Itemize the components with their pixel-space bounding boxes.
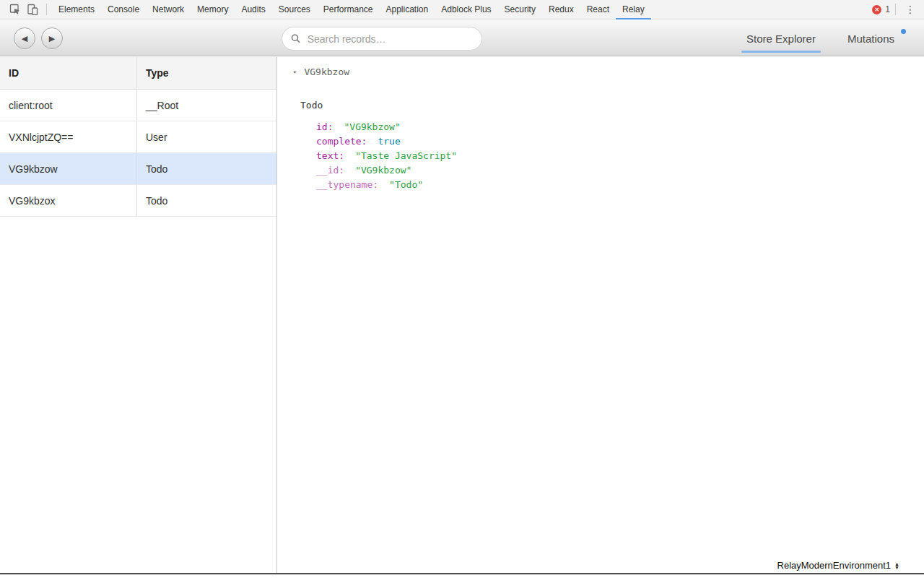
tab-elements[interactable]: Elements bbox=[52, 0, 101, 20]
search-input[interactable] bbox=[308, 33, 473, 45]
record-id-cell[interactable]: VXNlcjptZQ== bbox=[0, 121, 137, 152]
tabbar-separator bbox=[895, 4, 896, 15]
mutations-badge-dot bbox=[901, 29, 906, 34]
search-icon bbox=[291, 33, 301, 44]
active-tab-underline bbox=[741, 51, 821, 53]
window-bottom-edge bbox=[0, 573, 924, 574]
record-detail-pane: ➤ VG9kbzow Todo id:"VG9kbzow" complete:t… bbox=[278, 57, 924, 573]
field-value: "VG9kbzow" bbox=[355, 165, 411, 176]
record-type-title: Todo bbox=[300, 100, 924, 111]
search-records-box[interactable] bbox=[282, 27, 482, 51]
store-explorer-label: Store Explorer bbox=[746, 33, 816, 45]
tab-mutations[interactable]: Mutations bbox=[844, 30, 898, 47]
record-id-cell[interactable]: VG9kbzow bbox=[0, 153, 137, 184]
column-header-type: Type bbox=[137, 57, 276, 89]
tab-network[interactable]: Network bbox=[146, 0, 191, 20]
tab-relay[interactable]: Relay bbox=[616, 0, 651, 20]
inspect-element-icon[interactable] bbox=[6, 1, 24, 17]
record-type-cell[interactable]: Todo bbox=[137, 153, 276, 184]
tab-store-explorer[interactable]: Store Explorer bbox=[743, 30, 819, 47]
tab-audits[interactable]: Audits bbox=[235, 0, 271, 20]
relay-toolbar: ◀ ▶ Store Explorer Mutations bbox=[0, 20, 924, 56]
field-key: text: bbox=[316, 150, 344, 161]
field-complete: complete:true bbox=[316, 134, 924, 149]
field-key: complete: bbox=[316, 136, 367, 147]
tabbar-separator bbox=[46, 4, 47, 15]
history-nav-buttons: ◀ ▶ bbox=[14, 27, 63, 49]
table-row[interactable]: VG9kbzox Todo bbox=[0, 185, 276, 217]
tab-application[interactable]: Application bbox=[380, 0, 435, 20]
table-row[interactable]: VXNlcjptZQ== User bbox=[0, 121, 276, 153]
error-icon: ✕ bbox=[872, 5, 881, 14]
record-type-cell[interactable]: Todo bbox=[137, 185, 276, 216]
record-type-cell[interactable]: User bbox=[137, 121, 276, 152]
field-text: text:"Taste JavaScript" bbox=[316, 149, 924, 163]
record-id-cell[interactable]: VG9kbzox bbox=[0, 185, 137, 216]
records-table-header: ID Type bbox=[0, 57, 276, 90]
table-row[interactable]: client:root __Root bbox=[0, 90, 276, 121]
field-value: "VG9kbzow" bbox=[344, 121, 400, 132]
record-id-cell[interactable]: client:root bbox=[0, 90, 137, 121]
field-value: "Todo" bbox=[389, 179, 423, 190]
field-id: id:"VG9kbzow" bbox=[316, 120, 924, 134]
error-count: 1 bbox=[885, 4, 890, 14]
console-error-badge[interactable]: ✕ 1 bbox=[872, 4, 890, 14]
records-pane: ID Type client:root __Root VXNlcjptZQ== … bbox=[0, 57, 277, 573]
record-detail-expander-row[interactable]: ➤ VG9kbzow bbox=[293, 66, 924, 77]
environment-name: RelayModernEnvironment1 bbox=[777, 560, 892, 571]
select-arrows-icon: ▲ ▼ bbox=[894, 562, 899, 569]
record-detail-id: VG9kbzow bbox=[304, 66, 349, 77]
field-meta-id: __id:"VG9kbzow" bbox=[316, 163, 924, 178]
tab-performance[interactable]: Performance bbox=[317, 0, 380, 20]
device-toolbar-icon[interactable] bbox=[24, 1, 41, 17]
devtools-tabbar: Elements Console Network Memory Audits S… bbox=[0, 0, 924, 20]
relay-panel-tabs: Store Explorer Mutations bbox=[743, 20, 898, 56]
field-value: "Taste JavaScript" bbox=[355, 150, 457, 161]
back-icon: ◀ bbox=[22, 34, 27, 43]
forward-button[interactable]: ▶ bbox=[41, 27, 63, 49]
forward-icon: ▶ bbox=[49, 34, 55, 43]
table-row-selected[interactable]: VG9kbzow Todo bbox=[0, 153, 276, 185]
tab-security[interactable]: Security bbox=[498, 0, 542, 20]
record-fields: id:"VG9kbzow" complete:true text:"Taste … bbox=[316, 120, 924, 192]
field-key: __typename: bbox=[316, 179, 378, 190]
back-button[interactable]: ◀ bbox=[14, 27, 35, 49]
tab-sources[interactable]: Sources bbox=[272, 0, 317, 20]
tabbar-right-controls: ✕ 1 ⋮ bbox=[872, 4, 924, 15]
tab-adblock-plus[interactable]: Adblock Plus bbox=[435, 0, 497, 20]
mutations-label: Mutations bbox=[847, 33, 894, 45]
content-area: ID Type client:root __Root VXNlcjptZQ== … bbox=[0, 57, 924, 573]
field-value: true bbox=[378, 136, 400, 147]
kebab-menu-icon[interactable]: ⋮ bbox=[901, 4, 920, 15]
column-header-id: ID bbox=[0, 57, 137, 89]
environment-selector[interactable]: RelayModernEnvironment1 ▲ ▼ bbox=[777, 560, 899, 571]
field-typename: __typename:"Todo" bbox=[316, 178, 924, 192]
tab-console[interactable]: Console bbox=[101, 0, 146, 20]
record-type-cell[interactable]: __Root bbox=[137, 90, 276, 121]
tab-react[interactable]: React bbox=[580, 0, 616, 20]
field-key: __id: bbox=[316, 165, 344, 176]
tab-redux[interactable]: Redux bbox=[542, 0, 580, 20]
field-key: id: bbox=[316, 121, 333, 132]
tab-memory[interactable]: Memory bbox=[191, 0, 235, 20]
expander-arrow-icon: ➤ bbox=[293, 69, 297, 76]
